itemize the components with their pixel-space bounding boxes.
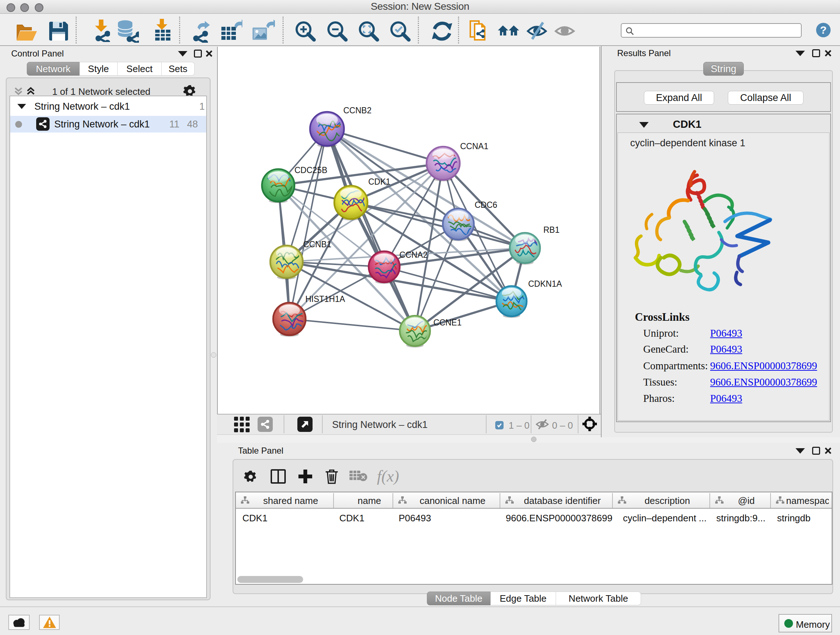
svg-text:CCNA1: CCNA1 bbox=[460, 141, 488, 151]
svg-text:CDC6: CDC6 bbox=[475, 200, 497, 210]
svg-text:HIST1H1A: HIST1H1A bbox=[305, 295, 346, 304]
svg-text:RB1: RB1 bbox=[543, 225, 560, 234]
svg-text:CCNB2: CCNB2 bbox=[343, 106, 371, 115]
svg-text:CCNA2: CCNA2 bbox=[399, 250, 428, 260]
svg-text:CDC25B: CDC25B bbox=[294, 165, 327, 175]
svg-text:CDK1: CDK1 bbox=[368, 177, 390, 187]
svg-text:CDKN1A: CDKN1A bbox=[528, 279, 562, 288]
svg-text:CCNE1: CCNE1 bbox=[433, 318, 462, 327]
svg-text:CCNB1: CCNB1 bbox=[303, 240, 332, 249]
